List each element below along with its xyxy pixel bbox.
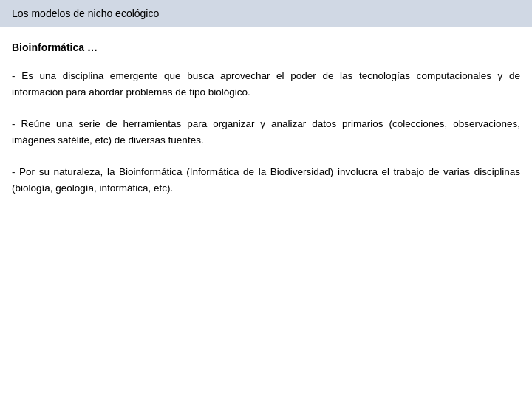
- paragraph-2: - Reúne una serie de herramientas para o…: [12, 116, 520, 148]
- paragraph-1: - Es una disciplina emergente que busca …: [12, 68, 520, 100]
- section-title: Bioinformática …: [12, 41, 520, 53]
- paragraph-3: - Por su naturaleza, la Bioinformática (…: [12, 164, 520, 196]
- header-title: Los modelos de nicho ecológico: [12, 7, 159, 19]
- page-header: Los modelos de nicho ecológico: [0, 0, 532, 27]
- main-content: Bioinformática … - Es una disciplina eme…: [0, 27, 532, 228]
